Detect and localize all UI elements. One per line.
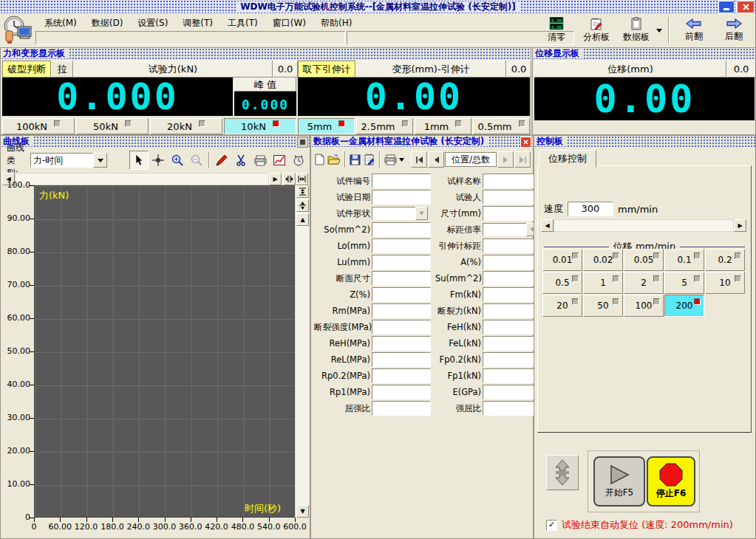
chevron-down-icon[interactable] bbox=[93, 153, 107, 168]
field-input-标距倍率-combo[interactable]: ▼ bbox=[483, 223, 539, 236]
field-input-Rm(MPa)[interactable] bbox=[372, 303, 431, 318]
field-input-强屈比[interactable] bbox=[483, 401, 542, 416]
printer-tool-button[interactable] bbox=[251, 151, 270, 170]
field-input-Lo(mm)[interactable] bbox=[372, 238, 431, 253]
curve-panel-dock-button[interactable] bbox=[297, 137, 308, 148]
deform-range-2.5mm[interactable]: 2.5mm bbox=[356, 118, 413, 134]
menu-item-0[interactable]: 系统(M) bbox=[37, 16, 84, 30]
field-input-Fp1(kN)[interactable] bbox=[483, 368, 542, 383]
scroll-up-button[interactable]: ▲ bbox=[296, 213, 309, 226]
field-input-试验日期[interactable] bbox=[372, 190, 431, 205]
speed-button-100[interactable]: 100 bbox=[624, 295, 664, 317]
data-panel-dropdown[interactable] bbox=[656, 16, 664, 45]
expand-x-button[interactable] bbox=[296, 173, 308, 185]
compress-x-button[interactable] bbox=[283, 173, 296, 185]
deform-range-0.5mm[interactable]: 0.5mm bbox=[473, 118, 530, 134]
pen-tool-button[interactable] bbox=[212, 151, 231, 170]
field-input-屈强比[interactable] bbox=[372, 401, 431, 416]
field-input-FeL(kN)[interactable] bbox=[483, 336, 542, 351]
zoom-out-tool-button[interactable] bbox=[187, 151, 206, 170]
zoom-in-tool-button[interactable] bbox=[168, 151, 187, 170]
field-input-Su(mm^2)[interactable] bbox=[483, 271, 542, 286]
speed-button-50[interactable]: 50 bbox=[583, 295, 623, 317]
field-input-A(%)[interactable] bbox=[483, 255, 542, 270]
menu-item-5[interactable]: 窗口(W) bbox=[265, 16, 313, 30]
speed-button-5[interactable]: 5 bbox=[664, 272, 704, 294]
field-input-So(mm^2)[interactable] bbox=[372, 222, 431, 237]
save-notes-button[interactable] bbox=[363, 151, 375, 168]
start-button[interactable]: 开始F5 bbox=[593, 456, 645, 507]
scissors-tool-button[interactable] bbox=[231, 151, 251, 170]
cursor-tool-button[interactable] bbox=[129, 151, 149, 170]
open-record-button[interactable] bbox=[327, 151, 341, 168]
field-input-断裂强度(MPa)[interactable] bbox=[372, 320, 431, 334]
prev-record-button[interactable] bbox=[428, 151, 444, 168]
tab-displacement-control[interactable]: 位移控制 bbox=[539, 150, 596, 168]
last-record-button[interactable] bbox=[514, 151, 531, 168]
scroll-track[interactable] bbox=[15, 173, 269, 185]
field-input-Fp0.2(kN)[interactable] bbox=[483, 352, 542, 367]
field-input-Z(%)[interactable] bbox=[372, 287, 431, 302]
print-button[interactable] bbox=[384, 151, 397, 168]
auto-reset-checkbox[interactable]: ✓ bbox=[546, 520, 557, 531]
field-input-ReL(MPa)[interactable] bbox=[372, 352, 431, 367]
speed-button-0.01[interactable]: 0.01 bbox=[542, 249, 582, 271]
menu-item-2[interactable]: 设置(S) bbox=[130, 16, 175, 30]
clock-tool-button[interactable] bbox=[289, 151, 308, 170]
field-input-Rp1(MPa)[interactable] bbox=[372, 385, 431, 399]
crosshair-tool-button[interactable] bbox=[149, 151, 168, 170]
speed-button-2[interactable]: 2 bbox=[624, 272, 664, 294]
deform-range-1mm[interactable]: 1mm bbox=[415, 118, 471, 134]
speed-button-0.1[interactable]: 0.1 bbox=[664, 249, 704, 271]
field-input-尺寸(mm)[interactable] bbox=[483, 206, 542, 221]
save-button[interactable] bbox=[350, 151, 362, 168]
expand-y-button[interactable] bbox=[296, 199, 309, 212]
scroll-right-button[interactable]: ▶ bbox=[269, 173, 282, 185]
deform-range-5mm[interactable]: 5mm bbox=[298, 118, 355, 134]
chart-tool-button[interactable] bbox=[270, 151, 289, 170]
field-input-Rp0.2(MPa)[interactable] bbox=[372, 368, 431, 383]
close-button[interactable] bbox=[737, 1, 755, 13]
speed-button-20[interactable]: 20 bbox=[542, 295, 582, 317]
field-input-引伸计标距[interactable] bbox=[483, 238, 542, 253]
data-panel-button[interactable]: 数据板 bbox=[616, 16, 656, 45]
field-input-断裂力(kN)[interactable] bbox=[483, 303, 542, 318]
speed-scroll-right[interactable]: ▶ bbox=[734, 219, 746, 232]
next-record-button[interactable] bbox=[497, 151, 514, 168]
curve-type-select[interactable]: 力-时间 bbox=[30, 153, 107, 168]
scroll-down-button[interactable]: ▼ bbox=[296, 505, 309, 518]
field-input-Lu(mm)[interactable] bbox=[372, 255, 431, 270]
data-panel-close-button[interactable] bbox=[520, 137, 531, 148]
force-range-20kN[interactable]: 20kN bbox=[150, 118, 222, 134]
jog-button[interactable] bbox=[546, 455, 579, 490]
analysis-panel-button[interactable]: 分析板 bbox=[576, 16, 616, 45]
field-input-试验人[interactable] bbox=[483, 190, 542, 205]
speed-button-200[interactable]: 200 bbox=[664, 295, 704, 317]
field-input-E(GPa)[interactable] bbox=[483, 385, 542, 399]
compress-y-button[interactable] bbox=[296, 185, 309, 198]
speed-input[interactable]: 300 bbox=[568, 202, 613, 216]
new-record-button[interactable] bbox=[313, 151, 326, 168]
first-record-button[interactable] bbox=[411, 151, 427, 168]
field-input-断面尺寸[interactable] bbox=[372, 271, 431, 286]
chevron-down-icon[interactable]: ▼ bbox=[415, 207, 428, 220]
field-input-试件编号[interactable] bbox=[372, 174, 431, 188]
minimize-button[interactable] bbox=[718, 1, 735, 13]
force-range-10kN[interactable]: 10kN bbox=[224, 118, 296, 134]
speed-button-0.05[interactable]: 0.05 bbox=[624, 249, 664, 271]
page-back-button[interactable]: 前翻 bbox=[674, 16, 714, 45]
curve-hscrollbar[interactable]: ◀ ▶ bbox=[2, 173, 308, 185]
speed-button-10[interactable]: 10 bbox=[705, 272, 745, 294]
field-input-ReH(MPa)[interactable] bbox=[372, 336, 431, 351]
field-input-FeH(kN)[interactable] bbox=[483, 320, 542, 334]
chart-plot-area[interactable] bbox=[34, 185, 295, 518]
stop-button[interactable]: 停止F6 bbox=[647, 456, 695, 507]
menu-item-3[interactable]: 调整(T) bbox=[175, 16, 220, 30]
curve-vscrollbar[interactable]: ▲ ▼ bbox=[296, 185, 309, 518]
speed-button-0.5[interactable]: 0.5 bbox=[542, 272, 582, 294]
speed-button-1[interactable]: 1 bbox=[583, 272, 623, 294]
menu-item-4[interactable]: 工具(T) bbox=[220, 16, 265, 30]
force-range-50kN[interactable]: 50kN bbox=[76, 118, 149, 134]
field-input-试样名称[interactable] bbox=[483, 174, 542, 188]
page-forward-button[interactable]: 后翻 bbox=[714, 16, 754, 45]
